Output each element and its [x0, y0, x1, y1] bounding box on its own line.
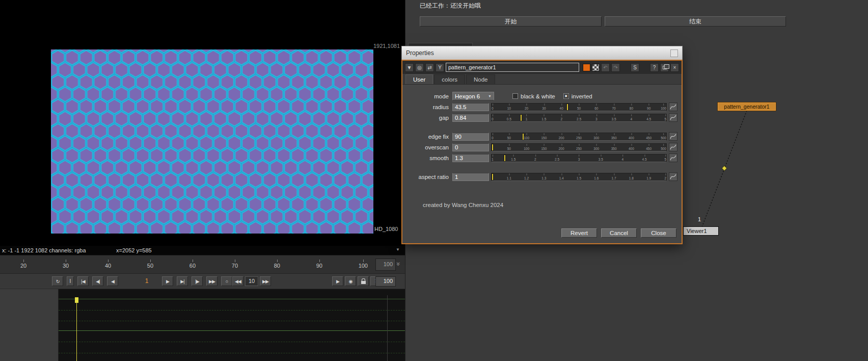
- mode-dropdown[interactable]: Hexgon 6 ▼: [452, 92, 494, 100]
- inverted-checkbox[interactable]: × inverted: [563, 93, 592, 99]
- settings-s-button[interactable]: S: [631, 63, 639, 72]
- postage-stamp-swatch[interactable]: [592, 64, 600, 71]
- slider-position-marker[interactable]: [520, 114, 522, 121]
- next-frame-button[interactable]: ▶|: [177, 276, 188, 286]
- viewer-canvas[interactable]: 1921,1081: [0, 0, 405, 246]
- last-frame-button[interactable]: ▶▶: [206, 276, 218, 286]
- ruler-tick-label: 70: [232, 260, 238, 269]
- timeline-playhead[interactable]: [76, 297, 77, 361]
- param-slider[interactable]: 050100150200250300350400450500: [491, 133, 667, 141]
- black-white-checkbox[interactable]: black & white: [512, 93, 555, 99]
- param-slider[interactable]: 11.522.533.544.55: [491, 154, 667, 162]
- slider-tick-label: 1.9: [646, 176, 651, 181]
- param-slider[interactable]: 050100150200250300350400450500: [491, 143, 667, 151]
- viewer-pane: 1921,1081: [0, 0, 405, 361]
- slider-tick-label: 0: [492, 117, 494, 121]
- revert-button[interactable]: Revert: [561, 228, 597, 238]
- node-name-field[interactable]: [446, 63, 579, 72]
- tab-colors[interactable]: colors: [434, 74, 465, 84]
- start-button[interactable]: 开始: [420, 16, 602, 27]
- close-panel-button[interactable]: ×: [670, 63, 679, 72]
- cancel-button[interactable]: Cancel: [601, 228, 637, 238]
- animation-curve-button[interactable]: [669, 143, 677, 151]
- param-value-field[interactable]: 0.84: [452, 114, 489, 122]
- slider-tick-label: 1: [492, 158, 494, 162]
- redo-icon[interactable]: ↷: [611, 63, 620, 72]
- collapse-triangle-icon[interactable]: ▼: [405, 63, 414, 72]
- current-frame-field[interactable]: 1: [137, 276, 157, 286]
- animation-curve-button[interactable]: [669, 172, 677, 181]
- flipbook-button[interactable]: ▶: [332, 276, 343, 286]
- lock-range-button[interactable]: [358, 276, 369, 286]
- slider-tick-label: 0.5: [507, 117, 511, 121]
- param-value-field[interactable]: 1.3: [452, 154, 489, 162]
- slider-tick-label: 20: [525, 107, 528, 111]
- window-button[interactable]: [670, 49, 678, 57]
- end-button[interactable]: 结束: [605, 16, 786, 27]
- float-controls-icon[interactable]: ⇄: [425, 63, 434, 72]
- mode-value: Hexgon 6: [455, 93, 480, 99]
- param-slider[interactable]: 11.11.21.31.41.51.61.71.81.92: [491, 173, 667, 181]
- slider-tick-label: 3: [595, 117, 598, 121]
- param-row-overscan: overscan0050100150200250300350400450500: [402, 142, 682, 152]
- viewer-format-label: HD_1080: [374, 226, 398, 232]
- node-viewer1[interactable]: Viewer1: [683, 226, 719, 236]
- prev-keyframe-button[interactable]: ◀|: [92, 276, 103, 286]
- node-color-swatch[interactable]: [583, 64, 590, 71]
- animation-curve-button[interactable]: [669, 102, 677, 111]
- step-back-button[interactable]: ◀◀: [232, 276, 243, 286]
- ruler-tick-label: 80: [274, 260, 280, 269]
- play-forward-button[interactable]: ▶: [162, 276, 173, 286]
- range-chevron-icon[interactable]: »: [395, 262, 402, 266]
- param-value-field[interactable]: 1: [452, 173, 489, 181]
- float-window-button[interactable]: [660, 63, 669, 72]
- region-render-button[interactable]: ◉: [345, 276, 356, 286]
- curve-editor-canvas[interactable]: [59, 289, 405, 361]
- properties-titlebar[interactable]: Properties: [401, 46, 683, 60]
- transport-step: ◀◀ 10 ▶▶: [232, 276, 271, 286]
- node-tree-icon[interactable]: Y: [436, 63, 444, 72]
- edge-input-label: 1: [698, 216, 701, 222]
- help-button[interactable]: ?: [650, 63, 659, 72]
- tab-node[interactable]: Node: [466, 74, 496, 84]
- slider-position-marker[interactable]: [492, 173, 494, 181]
- slider-tick-label: 350: [611, 136, 617, 140]
- param-slider[interactable]: 0102030405060708090100: [491, 103, 667, 111]
- timeline-ruler[interactable]: 2030405060708090100 100 »: [0, 255, 405, 274]
- fps-field[interactable]: 100: [375, 276, 396, 287]
- tab-user[interactable]: User: [405, 74, 433, 84]
- param-slider[interactable]: 00.511.522.533.544.55: [491, 114, 667, 122]
- playhead-flag[interactable]: [75, 297, 78, 303]
- viewer-resolution-label: 1921,1081: [373, 43, 400, 49]
- loop-mode-button[interactable]: ○: [221, 276, 232, 286]
- playback-range-field[interactable]: 100: [375, 259, 396, 271]
- param-row-gap: gap0.8400.511.522.533.544.55: [402, 112, 682, 123]
- slider-tick-label: 1.7: [612, 176, 616, 181]
- param-value-field[interactable]: 90: [452, 133, 489, 141]
- grid-line: [59, 299, 405, 299]
- step-forward-button[interactable]: ▶▶: [260, 276, 271, 286]
- node-pattern-generator1[interactable]: pattern_generator1: [718, 102, 776, 111]
- animation-curve-button[interactable]: [669, 153, 677, 162]
- slider-position-marker[interactable]: [492, 144, 494, 151]
- param-label: aspect ratio: [402, 174, 452, 180]
- param-value-field[interactable]: 43.5: [452, 103, 489, 111]
- playback-settings-button[interactable]: ↻: [52, 276, 63, 286]
- slider-position-marker[interactable]: [566, 104, 568, 111]
- first-frame-button[interactable]: |◀: [77, 276, 89, 286]
- status-menu-triangle-icon[interactable]: ▼: [396, 247, 400, 252]
- input-mode-button[interactable]: I: [67, 276, 74, 286]
- close-button[interactable]: Close: [641, 228, 676, 238]
- center-node-icon[interactable]: ◎: [415, 63, 424, 72]
- transport-mid: ▶▶||▶▶▶○: [162, 276, 232, 286]
- animation-curve-button[interactable]: [669, 132, 677, 141]
- slider-tick-label: 0: [492, 107, 494, 111]
- param-value-field[interactable]: 0: [452, 143, 489, 151]
- slider-position-marker[interactable]: [522, 133, 524, 140]
- next-keyframe-button[interactable]: |▶: [192, 276, 203, 286]
- undo-icon[interactable]: ↶: [601, 63, 610, 72]
- frame-increment-field[interactable]: 10: [245, 276, 258, 286]
- prev-frame-button[interactable]: ◀: [107, 276, 118, 286]
- animation-curve-button[interactable]: [669, 113, 677, 122]
- slider-position-marker[interactable]: [504, 154, 506, 162]
